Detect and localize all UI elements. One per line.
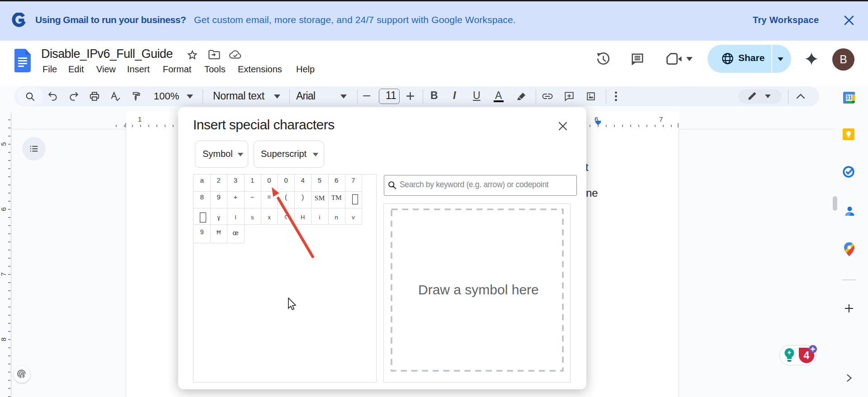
svg-text:4: 4 bbox=[804, 350, 810, 361]
svg-text:31: 31 bbox=[846, 95, 852, 101]
